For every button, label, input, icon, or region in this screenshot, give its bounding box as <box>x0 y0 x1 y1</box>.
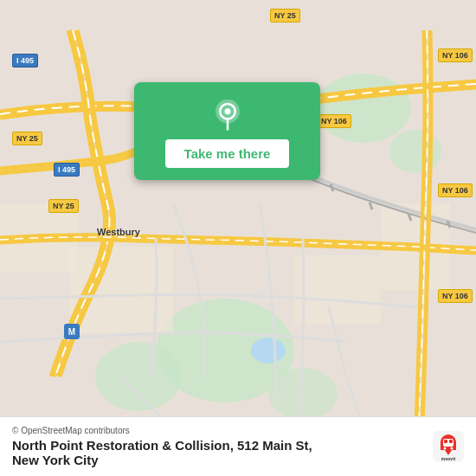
map-container: I 495 I 495 NY 25 NY 25 NY 25 NY 106 NY … <box>0 0 476 476</box>
svg-rect-29 <box>449 440 453 443</box>
svg-point-31 <box>451 447 453 450</box>
road-label-ny106-1: NY 106 <box>438 48 473 62</box>
road-label-ny106-2: NY 106 <box>438 183 473 197</box>
location-title-sub: New York City <box>12 453 98 467</box>
metro-label: M <box>64 324 80 339</box>
moovit-logo: moovit <box>433 431 464 462</box>
road-label-i495-top: I 495 <box>12 54 38 68</box>
metro-label-text: M <box>68 327 75 337</box>
svg-point-22 <box>224 108 230 114</box>
map-svg <box>0 0 476 476</box>
location-title-main: North Point Restoration & Collision, 512… <box>12 438 312 453</box>
location-title: North Point Restoration & Collision, 512… <box>12 438 312 467</box>
road-label-ny25-top: NY 25 <box>270 9 300 23</box>
take-me-there-button[interactable]: Take me there <box>165 139 290 168</box>
road-label-ny25-center: NY 25 <box>48 199 79 213</box>
svg-point-10 <box>251 338 286 363</box>
bottom-bar: © OpenStreetMap contributors North Point… <box>0 416 476 476</box>
location-pin-icon <box>210 98 245 132</box>
svg-point-1 <box>316 74 411 143</box>
svg-point-5 <box>268 368 338 420</box>
road-label-n: NY 106 <box>317 114 351 128</box>
svg-point-2 <box>389 130 441 173</box>
attribution-text: © OpenStreetMap contributors <box>12 426 312 435</box>
svg-point-30 <box>444 447 447 450</box>
road-label-i495-left: I 495 <box>54 163 80 177</box>
svg-text:moovit: moovit <box>441 456 456 461</box>
location-card: Take me there <box>134 82 320 180</box>
svg-point-4 <box>95 342 182 411</box>
place-label-westbury: Westbury <box>97 227 140 237</box>
moovit-logo-svg: moovit <box>433 431 464 462</box>
road-label-ny106-3: NY 106 <box>438 289 473 303</box>
svg-rect-7 <box>294 255 381 325</box>
svg-rect-28 <box>444 440 447 443</box>
road-label-ny25-left: NY 25 <box>12 132 42 145</box>
bottom-bar-text: © OpenStreetMap contributors North Point… <box>12 426 312 467</box>
